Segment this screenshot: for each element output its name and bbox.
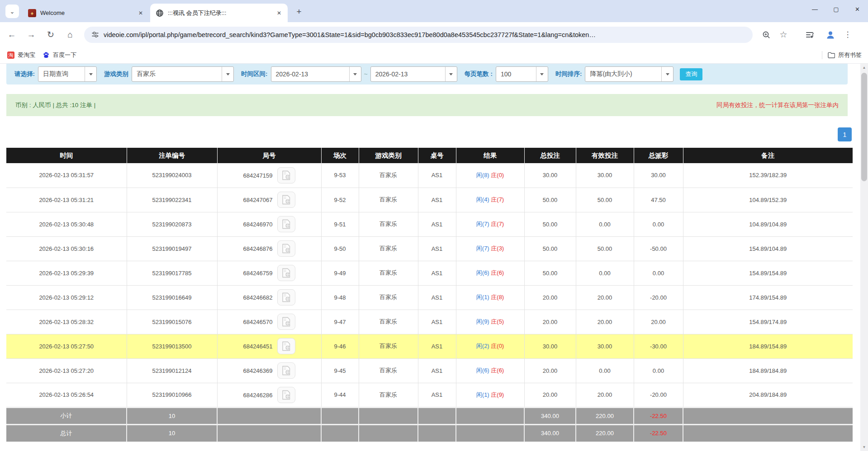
round-number: 684246876 — [243, 245, 272, 252]
scrollbar-thumb[interactable] — [861, 73, 867, 181]
cell-time: 2026-02-13 05:29:12 — [6, 285, 127, 310]
globe-favicon-icon — [156, 9, 164, 17]
video-replay-button[interactable] — [277, 240, 295, 257]
chevron-down-icon: ⌄ — [10, 8, 15, 15]
video-replay-button[interactable] — [277, 167, 295, 183]
address-bar[interactable]: videoie.com/ipl/portal.php/game/betrecor… — [84, 27, 753, 43]
game-type-label: 游戏类别 — [104, 70, 128, 78]
cell-bet-no: 523199010966 — [127, 383, 217, 407]
query-button[interactable]: 查询 — [680, 68, 702, 80]
cell-result: 闲(1) 庄(8) — [456, 285, 524, 310]
date-from-select[interactable]: 2026-02-13 — [271, 66, 361, 82]
cell-remark: 184.89/184.89 — [683, 358, 853, 383]
cell-round-no: 684246286 — [217, 383, 321, 407]
cell-game-type: 百家乐 — [359, 261, 418, 285]
menu-button[interactable]: ⋮ — [840, 28, 855, 42]
cell-bet-no: 523199020873 — [127, 212, 217, 236]
cell-payout: 30.00 — [634, 163, 683, 188]
home-icon: ⌂ — [67, 30, 72, 40]
cell-table-no: AS1 — [418, 261, 456, 285]
bookmark-baidu[interactable]: 百度一下 — [43, 51, 76, 59]
forward-button[interactable]: → — [24, 27, 39, 42]
home-button[interactable]: ⌂ — [62, 27, 78, 42]
video-replay-button[interactable] — [277, 338, 295, 354]
cell-result: 闲(6) 庄(6) — [456, 358, 524, 383]
query-type-select[interactable]: 日期查询 — [38, 66, 97, 82]
profile-button[interactable] — [823, 28, 838, 42]
table-header-row: 时间 注单编号 局号 场次 游戏类别 桌号 结果 总投注 有效投注 总派彩 备注 — [6, 148, 853, 163]
summary-label: 总计 — [6, 424, 127, 442]
page-scrollbar[interactable]: ▲ ▼ — [860, 64, 868, 451]
result-banker: 庄(6) — [491, 367, 504, 374]
result-player: 闲(9) — [476, 318, 489, 325]
cell-session: 9-51 — [321, 212, 359, 236]
cell-session: 9-47 — [321, 310, 359, 334]
bookmark-button[interactable]: ☆ — [776, 28, 791, 42]
scroll-up-icon[interactable]: ▲ — [860, 64, 868, 71]
cell-session: 9-44 — [321, 383, 359, 407]
bookmarks-bar: 淘 爱淘宝 百度一下 所有书签 — [0, 47, 868, 64]
video-replay-button[interactable] — [277, 387, 295, 403]
cell-valid-bet: 0.00 — [576, 212, 634, 236]
cell-payout: -30.00 — [634, 334, 683, 358]
round-number: 684246369 — [243, 367, 272, 374]
video-replay-button[interactable] — [277, 314, 295, 330]
cell-time: 2026-02-13 05:31:57 — [6, 163, 127, 188]
magnifier-icon — [762, 30, 771, 39]
all-bookmarks[interactable]: 所有书签 — [822, 51, 862, 59]
zoom-button[interactable] — [759, 28, 773, 42]
maximize-button[interactable]: ▢ — [825, 0, 847, 18]
date-separator: ~ — [364, 70, 368, 78]
dropdown-caret-icon — [85, 67, 96, 81]
close-tab-icon[interactable]: ✕ — [137, 9, 145, 17]
game-type-select[interactable]: 百家乐 — [132, 66, 234, 82]
tab-bet-records[interactable]: :::视讯 会员下注纪录::: ✕ — [150, 4, 288, 22]
cell-payout: 0.00 — [634, 358, 683, 383]
minimize-button[interactable]: — — [804, 0, 825, 18]
cell-bet-no: 523199012124 — [127, 358, 217, 383]
cell-round-no: 684246759 — [217, 261, 321, 285]
reload-button[interactable]: ↻ — [43, 27, 58, 42]
cell-payout: -20.00 — [634, 383, 683, 407]
bookmark-aitaobao[interactable]: 淘 爱淘宝 — [7, 51, 35, 59]
sort-select[interactable]: 降冪(由大到小) — [585, 66, 674, 82]
film-icon — [281, 195, 292, 205]
video-replay-button[interactable] — [277, 265, 295, 281]
cell-remark: 154.89/104.89 — [683, 236, 853, 261]
result-banker: 庄(3) — [491, 245, 504, 252]
new-tab-button[interactable]: + — [293, 6, 305, 18]
video-replay-button[interactable] — [277, 289, 295, 305]
result-banker: 庄(0) — [491, 172, 504, 179]
scroll-down-icon[interactable]: ▼ — [860, 443, 868, 451]
col-header-valid-bet: 有效投注 — [576, 148, 634, 163]
round-number: 684246286 — [243, 391, 272, 398]
tab-welcome[interactable]: ♠ Welcome ✕ — [23, 4, 149, 22]
cell-round-no: 684246876 — [217, 236, 321, 261]
date-to-select[interactable]: 2026-02-13 — [370, 66, 457, 82]
cell-payout: 20.00 — [634, 310, 683, 334]
video-replay-button[interactable] — [277, 216, 295, 232]
film-icon — [281, 268, 292, 278]
back-button[interactable]: ← — [4, 27, 19, 42]
table-row: 2026-02-13 05:31:57523199024003684247159… — [6, 163, 853, 188]
query-type-value: 日期查询 — [38, 67, 85, 81]
table-row: 2026-02-13 05:30:48523199020873684246970… — [6, 212, 853, 236]
summary-row: 小计10340.00220.00-22.50 — [6, 407, 853, 424]
video-replay-button[interactable] — [277, 192, 295, 208]
site-settings-icon[interactable] — [91, 31, 99, 38]
summary-cell — [683, 424, 853, 442]
col-header-total-bet: 总投注 — [524, 148, 576, 163]
media-controls-button[interactable] — [802, 28, 817, 42]
page-size-select[interactable]: 100 — [496, 66, 548, 82]
page-size-value: 100 — [496, 67, 536, 81]
summary-cell — [321, 424, 359, 442]
video-replay-button[interactable] — [277, 362, 295, 379]
bookmark-label: 爱淘宝 — [18, 51, 35, 59]
close-tab-icon[interactable]: ✕ — [275, 9, 283, 17]
tab-search-button[interactable]: ⌄ — [5, 5, 19, 18]
pagination-page-1[interactable]: 1 — [838, 127, 852, 141]
cell-result: 闲(8) 庄(0) — [456, 163, 524, 188]
close-window-button[interactable]: ✕ — [847, 0, 868, 18]
cell-payout: -20.00 — [634, 285, 683, 310]
cell-bet-no: 523199016649 — [127, 285, 217, 310]
